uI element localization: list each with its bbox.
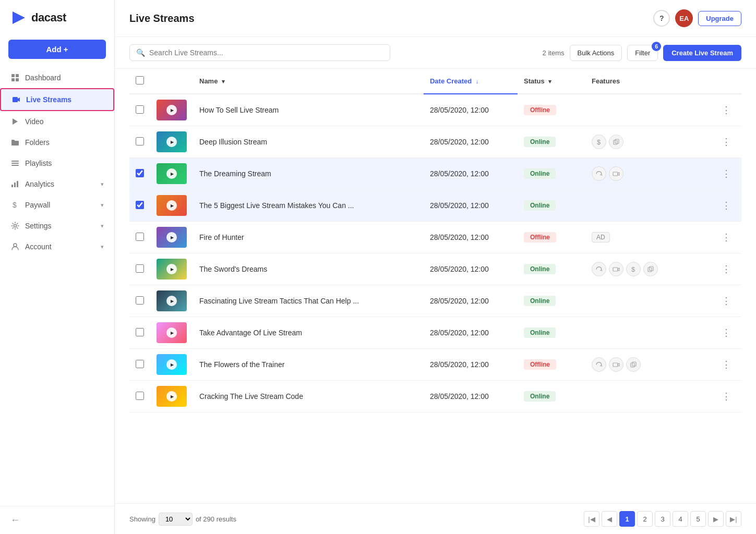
- row-6-checkbox[interactable]: [136, 264, 144, 273]
- row-status-cell: Online: [518, 285, 585, 317]
- sidebar-item-analytics-label: Analytics: [25, 180, 54, 188]
- table-header-row: Name ▾ Date Created ↓ Status ▾ Features: [129, 69, 741, 94]
- svg-marker-23: [618, 268, 619, 271]
- play-button-icon: [166, 359, 177, 370]
- row-2-checkbox[interactable]: [136, 137, 144, 145]
- sidebar-item-analytics[interactable]: Analytics ▾: [0, 174, 114, 195]
- stream-thumbnail[interactable]: [157, 195, 187, 216]
- page-title: Live Streams: [129, 13, 653, 25]
- table-row: Deep Illusion Stream28/05/2020, 12:00Onl…: [129, 126, 741, 158]
- more-actions-button[interactable]: ⋮: [717, 102, 735, 118]
- row-7-checkbox[interactable]: [136, 296, 144, 305]
- page-1-button[interactable]: 1: [619, 511, 635, 527]
- page-4-button[interactable]: 4: [673, 511, 688, 527]
- next-page-button[interactable]: ▶: [708, 511, 724, 527]
- more-actions-button[interactable]: ⋮: [717, 357, 735, 372]
- stream-name[interactable]: Deep Illusion Stream: [199, 138, 267, 146]
- sidebar-item-folders[interactable]: Folders: [0, 132, 114, 153]
- stream-thumbnail[interactable]: [157, 322, 187, 343]
- more-actions-button[interactable]: ⋮: [717, 229, 735, 245]
- sidebar-item-playlists[interactable]: Playlists: [0, 153, 114, 174]
- row-features-cell: [585, 317, 711, 349]
- header-name[interactable]: Name ▾: [193, 69, 424, 94]
- header-date-created[interactable]: Date Created ↓: [424, 69, 518, 94]
- help-button[interactable]: ?: [653, 10, 670, 27]
- features-icons: [592, 166, 705, 181]
- sidebar-item-live-streams[interactable]: Live Streams: [0, 88, 114, 111]
- row-1-checkbox[interactable]: [136, 105, 144, 114]
- stream-thumbnail[interactable]: [157, 227, 187, 248]
- search-icon: 🔍: [136, 48, 145, 57]
- bulk-actions-button[interactable]: Bulk Actions: [570, 45, 622, 61]
- more-actions-button[interactable]: ⋮: [717, 166, 735, 181]
- more-actions-button[interactable]: ⋮: [717, 198, 735, 213]
- name-column-label: Name: [199, 77, 218, 85]
- search-input[interactable]: [149, 48, 383, 57]
- select-all-checkbox[interactable]: [136, 76, 144, 84]
- row-10-checkbox[interactable]: [136, 392, 144, 400]
- sidebar-item-dashboard[interactable]: Dashboard: [0, 67, 114, 88]
- sidebar-item-paywall[interactable]: $ Paywall ▾: [0, 195, 114, 215]
- more-actions-button[interactable]: ⋮: [717, 261, 735, 277]
- stream-name[interactable]: Fascinating Live Stream Tactics That Can…: [199, 297, 359, 305]
- video-icon: [11, 95, 21, 104]
- collapse-icon[interactable]: ←: [10, 515, 20, 525]
- page-5-button[interactable]: 5: [690, 511, 706, 527]
- row-checkbox-cell: [129, 222, 150, 253]
- stream-thumbnail[interactable]: [157, 163, 187, 184]
- status-badge: Online: [524, 296, 556, 306]
- row-9-checkbox[interactable]: [136, 360, 144, 368]
- table-footer: Showing 10 20 50 of 290 results |◀ ◀ 1 2…: [115, 503, 756, 534]
- page-3-button[interactable]: 3: [655, 511, 670, 527]
- page-2-button[interactable]: 2: [637, 511, 653, 527]
- stream-name[interactable]: Fire of Hunter: [199, 233, 244, 241]
- create-live-stream-button[interactable]: Create Live Stream: [663, 45, 741, 61]
- row-8-checkbox[interactable]: [136, 328, 144, 336]
- row-date-cell: 28/05/2020, 12:00: [424, 190, 518, 222]
- grid-icon: [10, 73, 20, 82]
- header-status[interactable]: Status ▾: [518, 69, 585, 94]
- account-chevron-icon: ▾: [101, 244, 104, 250]
- svg-rect-9: [11, 163, 19, 164]
- sidebar-item-account[interactable]: Account ▾: [0, 236, 114, 257]
- status-badge: Offline: [524, 105, 556, 115]
- stream-name[interactable]: The Dreaming Stream: [199, 169, 271, 178]
- stream-name[interactable]: The 5 Biggest Live Stream Mistakes You C…: [199, 201, 354, 210]
- sidebar-item-account-label: Account: [25, 242, 52, 251]
- add-button[interactable]: Add +: [8, 40, 106, 59]
- row-name-cell: How To Sell Live Stream: [193, 94, 424, 126]
- total-results: of 290 results: [196, 515, 236, 523]
- stream-name[interactable]: The Sword's Dreams: [199, 265, 267, 273]
- stream-name[interactable]: Cracking The Live Stream Code: [199, 392, 303, 400]
- stream-thumbnail[interactable]: [157, 386, 187, 407]
- more-actions-button[interactable]: ⋮: [717, 389, 735, 404]
- more-actions-button[interactable]: ⋮: [717, 293, 735, 309]
- per-page-select[interactable]: 10 20 50: [159, 513, 193, 526]
- play-button-icon: [166, 264, 177, 274]
- row-4-checkbox[interactable]: [136, 201, 144, 209]
- last-page-button[interactable]: ▶|: [726, 511, 741, 527]
- sidebar-item-settings[interactable]: Settings ▾: [0, 215, 114, 236]
- row-name-cell: Fire of Hunter: [193, 222, 424, 253]
- row-status-cell: Online: [518, 190, 585, 222]
- stream-thumbnail[interactable]: [157, 290, 187, 311]
- stream-thumbnail[interactable]: [157, 354, 187, 375]
- first-page-button[interactable]: |◀: [584, 511, 599, 527]
- more-actions-button[interactable]: ⋮: [717, 134, 735, 150]
- table-container: Name ▾ Date Created ↓ Status ▾ Features: [115, 69, 756, 503]
- row-3-checkbox[interactable]: [136, 169, 144, 177]
- row-status-cell: Offline: [518, 222, 585, 253]
- row-5-checkbox[interactable]: [136, 233, 144, 241]
- stream-thumbnail[interactable]: [157, 100, 187, 120]
- stream-name[interactable]: The Flowers of the Trainer: [199, 360, 284, 369]
- sidebar-item-video[interactable]: Video: [0, 111, 114, 132]
- prev-page-button[interactable]: ◀: [602, 511, 617, 527]
- more-actions-button[interactable]: ⋮: [717, 325, 735, 341]
- row-checkbox-cell: [129, 349, 150, 381]
- row-actions-cell: ⋮: [711, 94, 741, 126]
- upgrade-button[interactable]: Upgrade: [698, 11, 741, 26]
- stream-thumbnail[interactable]: [157, 259, 187, 280]
- stream-name[interactable]: How To Sell Live Stream: [199, 106, 279, 114]
- stream-thumbnail[interactable]: [157, 131, 187, 152]
- stream-name[interactable]: Take Advantage Of Live Stream: [199, 329, 302, 337]
